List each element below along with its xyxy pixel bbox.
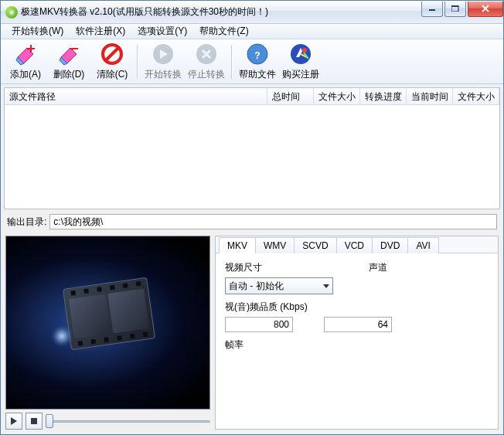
bottom-panel: MKV WMV SCVD VCD DVD AVI 视频尺寸 自动 - 初始化 xyxy=(4,234,500,431)
slider-track xyxy=(46,420,210,423)
video-preview[interactable] xyxy=(5,236,210,410)
start-convert-label: 开始转换 xyxy=(145,68,182,81)
stop-button[interactable] xyxy=(26,413,43,430)
menubar: 开始转换(W) 软件注册(X) 选项设置(Y) 帮助文件(Z) xyxy=(1,24,503,39)
titlebar[interactable]: 极速MKV转换器 v2.10(试用版只能转换源文件30秒的时间！) xyxy=(1,1,503,24)
toolbar-separator xyxy=(231,45,233,79)
toolbar: 添加(A) 删除(D) 清除(C) 开始转换 停止转换 xyxy=(1,39,503,84)
add-button[interactable]: 添加(A) xyxy=(4,41,47,83)
menu-register[interactable]: 软件注册(X) xyxy=(70,23,131,39)
delete-label: 删除(D) xyxy=(53,68,85,81)
svg-text:?: ? xyxy=(254,50,260,61)
slider-thumb[interactable] xyxy=(46,414,53,428)
add-label: 添加(A) xyxy=(10,68,41,81)
tab-vcd[interactable]: VCD xyxy=(336,237,373,253)
tab-wmv[interactable]: WMV xyxy=(255,237,295,253)
audio-bitrate-input[interactable] xyxy=(324,317,392,332)
col-file-size[interactable]: 文件大小 xyxy=(314,88,360,104)
col-output-size[interactable]: 文件大小 xyxy=(453,88,499,104)
svg-rect-5 xyxy=(70,48,78,49)
table-header: 源文件路径 总时间 文件大小 转换进度 当前时间 文件大小 xyxy=(5,88,499,105)
minimize-button[interactable] xyxy=(421,2,443,17)
stop-convert-button: 停止转换 xyxy=(185,41,228,83)
menu-options[interactable]: 选项设置(Y) xyxy=(131,23,193,39)
close-icon xyxy=(481,5,490,12)
video-bitrate-input[interactable] xyxy=(225,317,293,332)
bitrate-label: 视(音)频品质 (Kbps) xyxy=(225,301,489,314)
fps-label: 帧率 xyxy=(225,338,489,352)
clear-button[interactable]: 清除(C) xyxy=(90,41,134,83)
seek-slider[interactable] xyxy=(46,413,210,429)
start-convert-button: 开始转换 xyxy=(141,41,185,83)
stop-icon xyxy=(30,417,38,425)
buy-button[interactable]: 购买注册 xyxy=(279,41,322,83)
svg-point-13 xyxy=(302,48,307,53)
maximize-icon xyxy=(451,5,459,12)
minimize-icon xyxy=(428,5,436,12)
app-icon xyxy=(5,6,18,19)
svg-rect-2 xyxy=(451,5,458,7)
menu-start-convert[interactable]: 开始转换(W) xyxy=(5,23,70,39)
svg-rect-4 xyxy=(27,48,35,49)
audio-channel-label: 声道 xyxy=(369,261,489,274)
buy-label: 购买注册 xyxy=(282,68,319,81)
fps-field: 帧率 xyxy=(225,338,489,352)
tab-mkv[interactable]: MKV xyxy=(219,237,256,253)
video-size-label: 视频尺寸 xyxy=(225,261,356,274)
play-icon xyxy=(10,417,18,425)
stop-convert-label: 停止转换 xyxy=(188,68,225,81)
menu-help[interactable]: 帮助文件(Z) xyxy=(193,23,254,39)
help-button[interactable]: ? 帮助文件 xyxy=(236,41,279,83)
player-controls xyxy=(5,413,210,430)
col-progress[interactable]: 转换进度 xyxy=(360,88,407,104)
delete-icon xyxy=(56,42,81,66)
app-window: 极速MKV转换器 v2.10(试用版只能转换源文件30秒的时间！) 开始转换(W… xyxy=(0,0,504,435)
close-button[interactable] xyxy=(468,2,503,17)
maximize-button[interactable] xyxy=(444,2,466,17)
filmstrip-icon xyxy=(63,277,155,351)
bitrate-inputs xyxy=(225,317,489,332)
window-title: 极速MKV转换器 v2.10(试用版只能转换源文件30秒的时间！) xyxy=(21,5,420,19)
svg-line-7 xyxy=(106,48,118,60)
col-current-time[interactable]: 当前时间 xyxy=(407,88,453,104)
help-label: 帮助文件 xyxy=(239,68,276,81)
video-size-field: 视频尺寸 自动 - 初始化 xyxy=(225,261,356,294)
file-table[interactable]: 源文件路径 总时间 文件大小 转换进度 当前时间 文件大小 xyxy=(4,87,500,209)
svg-rect-0 xyxy=(429,9,435,11)
add-icon xyxy=(13,42,38,66)
output-dir-input[interactable] xyxy=(49,214,497,229)
settings-panel: MKV WMV SCVD VCD DVD AVI 视频尺寸 自动 - 初始化 xyxy=(215,236,499,430)
output-row: 输出目录: xyxy=(4,212,500,231)
col-source-path[interactable]: 源文件路径 xyxy=(5,88,267,104)
lens-flare-icon xyxy=(51,325,73,347)
clear-label: 清除(C) xyxy=(97,68,128,81)
tab-scvd[interactable]: SCVD xyxy=(294,237,336,253)
video-size-select[interactable]: 自动 - 初始化 xyxy=(225,277,333,294)
tab-avi[interactable]: AVI xyxy=(407,237,438,253)
audio-channel-field: 声道 xyxy=(369,261,489,294)
format-tabs: MKV WMV SCVD VCD DVD AVI xyxy=(216,236,498,253)
bitrate-field: 视(音)频品质 (Kbps) xyxy=(225,301,489,332)
help-icon: ? xyxy=(245,42,270,66)
play-button[interactable] xyxy=(5,413,22,430)
buy-icon xyxy=(288,42,313,66)
content-area: 源文件路径 总时间 文件大小 转换进度 当前时间 文件大小 输出目录: xyxy=(1,84,503,434)
settings-body: 视频尺寸 自动 - 初始化 声道 视(音)频品质 (Kbps) xyxy=(216,253,498,429)
window-controls xyxy=(420,2,503,17)
tab-dvd[interactable]: DVD xyxy=(372,237,408,253)
preview-column xyxy=(5,236,210,430)
output-dir-label: 输出目录: xyxy=(7,216,46,229)
clear-icon xyxy=(100,42,124,66)
col-total-time[interactable]: 总时间 xyxy=(267,88,314,104)
start-convert-icon xyxy=(151,42,175,66)
video-size-value: 自动 - 初始化 xyxy=(229,280,284,293)
toolbar-separator xyxy=(137,45,138,79)
delete-button[interactable]: 删除(D) xyxy=(47,41,90,83)
svg-rect-14 xyxy=(31,418,37,424)
stop-convert-icon xyxy=(194,42,219,66)
